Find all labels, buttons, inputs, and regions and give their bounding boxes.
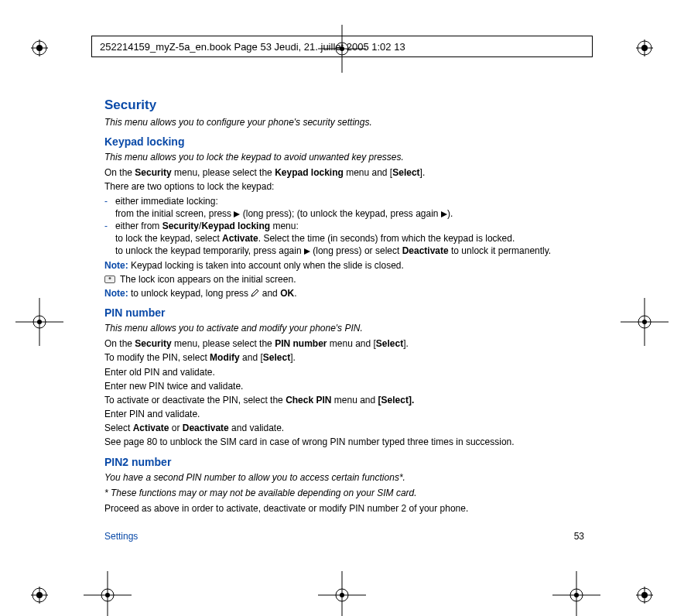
pencil-icon bbox=[251, 288, 259, 296]
text: On the bbox=[104, 338, 135, 349]
pin-line3: Enter old PIN and validate. bbox=[104, 366, 584, 378]
page-intro: This menu allows you to configure your p… bbox=[104, 116, 584, 128]
text: Check PIN bbox=[286, 395, 331, 406]
text: and [ bbox=[240, 352, 263, 363]
text: To modify the PIN, select bbox=[104, 352, 210, 363]
text: menu: bbox=[270, 221, 299, 231]
text: OK bbox=[280, 288, 294, 299]
keypad-note1: Note: Keypad locking is taken into accou… bbox=[104, 259, 584, 272]
text: Modify bbox=[210, 352, 240, 363]
text: Select bbox=[376, 338, 403, 349]
crop-cross-right bbox=[621, 298, 669, 346]
pin2-line1: Proceed as above in order to activate, d… bbox=[104, 502, 584, 515]
svg-point-31 bbox=[105, 593, 110, 597]
pin-line5: To activate or deactivate the PIN, selec… bbox=[104, 394, 584, 406]
text: ). bbox=[447, 208, 453, 219]
note-label: Note: bbox=[104, 288, 128, 299]
svg-point-23 bbox=[642, 320, 647, 324]
page-body: Security This menu allows you to configu… bbox=[104, 97, 584, 515]
keypad-note2: Note: to unlock keypad, long press and O… bbox=[104, 287, 584, 299]
note-label: Note: bbox=[104, 260, 128, 271]
text: . bbox=[294, 288, 296, 299]
text: To activate or deactivate the PIN, selec… bbox=[104, 395, 286, 406]
text: Select bbox=[392, 167, 419, 178]
text: ]. bbox=[420, 167, 426, 178]
text: from the initial screen, press bbox=[115, 208, 234, 219]
svg-point-35 bbox=[340, 593, 344, 597]
lock-icon bbox=[104, 275, 115, 283]
text: either from Security/Keypad locking menu… bbox=[115, 220, 584, 232]
reg-mark-top-left bbox=[31, 39, 48, 56]
text: to unlock it permanently. bbox=[449, 245, 552, 256]
text: Keypad locking bbox=[275, 167, 344, 178]
text: to unlock the keypad temporarily, press … bbox=[115, 245, 304, 256]
text: Select bbox=[104, 423, 133, 433]
crop-cross-left bbox=[15, 298, 63, 346]
text: to unlock keypad, long press bbox=[128, 288, 251, 299]
text: menu and bbox=[331, 395, 378, 406]
text: Activate bbox=[222, 233, 258, 244]
text: menu, please select the bbox=[172, 338, 275, 349]
footer-page-number: 53 bbox=[574, 531, 584, 542]
bullet-dash: - bbox=[104, 195, 115, 220]
text: Select bbox=[263, 352, 290, 363]
svg-point-39 bbox=[574, 593, 579, 597]
text: to unlock the keypad temporarily, press … bbox=[115, 245, 584, 257]
text: menu, please select the bbox=[172, 167, 275, 178]
keypad-options-lead: There are two options to lock the keypad… bbox=[104, 180, 584, 193]
text: ]. bbox=[403, 338, 409, 349]
text: (long press) or select bbox=[310, 245, 402, 256]
list-item-body: either immediate locking: from the initi… bbox=[115, 195, 584, 220]
text: . Select the time (in seconds) from whic… bbox=[258, 233, 515, 244]
text: menu and [ bbox=[344, 167, 392, 178]
pin-intro: This menu allows you to activate and mod… bbox=[104, 322, 584, 334]
play-arrow-icon bbox=[441, 211, 447, 217]
text: either from bbox=[115, 221, 162, 231]
page-title: Security bbox=[104, 97, 584, 115]
text: [Select]. bbox=[378, 395, 415, 406]
text: Security bbox=[135, 338, 171, 349]
section-heading-keypad: Keypad locking bbox=[104, 135, 584, 149]
list-item: - either immediate locking: from the ini… bbox=[104, 195, 584, 220]
text: and bbox=[259, 288, 280, 299]
text: PIN number bbox=[275, 338, 327, 349]
bullet-dash: - bbox=[104, 220, 115, 258]
footer-section: Settings bbox=[104, 531, 138, 542]
text: Security bbox=[135, 167, 171, 178]
text: The lock icon appears on the initial scr… bbox=[120, 273, 296, 286]
text: to lock the keypad, select bbox=[115, 233, 222, 244]
keypad-select-line: On the Security menu, please select the … bbox=[104, 166, 584, 179]
section-heading-pin: PIN number bbox=[104, 306, 584, 320]
play-arrow-icon bbox=[304, 248, 310, 255]
reg-mark-top-right bbox=[636, 39, 653, 56]
text: either immediate locking: bbox=[115, 195, 584, 207]
keypad-option-list: - either immediate locking: from the ini… bbox=[104, 195, 584, 258]
text: On the bbox=[104, 167, 135, 178]
pin-line7: Select Activate or Deactivate and valida… bbox=[104, 422, 584, 434]
pin-line8: See page 80 to unblock the SIM card in c… bbox=[104, 436, 584, 448]
text: from the initial screen, press (long pre… bbox=[115, 207, 584, 220]
pin-line6: Enter PIN and validate. bbox=[104, 408, 584, 420]
text: Keypad locking bbox=[201, 221, 270, 231]
text: (long press); (to unlock the keypad, pre… bbox=[240, 208, 440, 219]
text: and validate. bbox=[229, 423, 284, 433]
text: or bbox=[169, 423, 182, 433]
keypad-intro: This menu allows you to lock the keypad … bbox=[104, 151, 584, 163]
print-header-text: 252214159_myZ-5a_en.book Page 53 Jeudi, … bbox=[100, 41, 405, 53]
text: Security bbox=[162, 221, 199, 231]
text: Activate bbox=[133, 423, 169, 433]
svg-point-19 bbox=[37, 320, 42, 324]
section-heading-pin2: PIN2 number bbox=[104, 455, 584, 470]
list-item-body: either from Security/Keypad locking menu… bbox=[115, 220, 584, 258]
pin-line4: Enter new PIN twice and validate. bbox=[104, 380, 584, 392]
text: Deactivate bbox=[402, 245, 449, 256]
text: to lock the keypad, select Activate. Sel… bbox=[115, 232, 584, 245]
text: Keypad locking is taken into account onl… bbox=[128, 260, 404, 271]
text: Deactivate bbox=[183, 423, 229, 433]
print-header-box: 252214159_myZ-5a_en.book Page 53 Jeudi, … bbox=[91, 36, 593, 57]
pin-line1: On the Security menu, please select the … bbox=[104, 337, 584, 350]
pin-line2: To modify the PIN, select Modify and [Se… bbox=[104, 351, 584, 364]
list-item: - either from Security/Keypad locking me… bbox=[104, 220, 584, 258]
page-footer: Settings 53 bbox=[104, 531, 584, 542]
pin2-intro: You have a second PIN number to allow yo… bbox=[104, 471, 584, 484]
